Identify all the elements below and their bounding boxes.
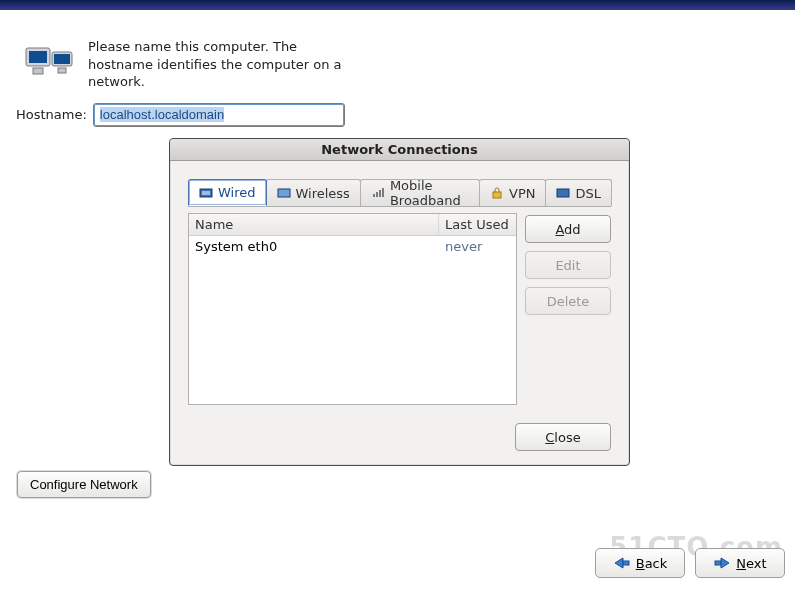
tabbar: Wired Wireless Mobile Broadband VPN — [188, 179, 611, 207]
connections-grid[interactable]: Name Last Used System eth0 never — [188, 213, 517, 405]
svg-rect-1 — [29, 51, 47, 63]
instruction-row: Please name this computer. The hostname … — [24, 38, 795, 91]
tab-label: VPN — [509, 186, 535, 201]
dialog-body: Wired Wireless Mobile Broadband VPN — [170, 161, 629, 417]
tab-label: Mobile Broadband — [390, 178, 469, 208]
svg-rect-5 — [58, 68, 66, 73]
back-button[interactable]: Back — [595, 548, 685, 578]
close-button-label: Close — [545, 430, 580, 445]
dsl-icon — [556, 186, 570, 200]
cell-last-used: never — [439, 236, 516, 258]
tab-dsl[interactable]: DSL — [545, 179, 612, 206]
svg-marker-11 — [615, 558, 623, 568]
add-button-label: Add — [555, 222, 580, 237]
tab-wired[interactable]: Wired — [188, 179, 267, 206]
svg-rect-8 — [278, 189, 290, 197]
instruction-text: Please name this computer. The hostname … — [88, 38, 348, 91]
tab-vpn[interactable]: VPN — [479, 179, 546, 206]
dialog-footer: Close — [515, 423, 611, 451]
mobile-icon — [371, 186, 385, 200]
network-connections-dialog: Network Connections Wired Wireless Mobil… — [169, 138, 630, 466]
column-name[interactable]: Name — [189, 214, 439, 235]
svg-rect-13 — [715, 561, 721, 565]
tab-label: Wired — [218, 185, 256, 200]
hostname-row: Hostname: — [16, 103, 795, 127]
wireless-icon — [277, 186, 291, 200]
vpn-icon — [490, 186, 504, 200]
delete-button: Delete — [525, 287, 611, 315]
next-button-label: Next — [736, 556, 766, 571]
tab-label: DSL — [575, 186, 601, 201]
column-last-used[interactable]: Last Used — [439, 214, 516, 235]
dialog-title: Network Connections — [170, 139, 629, 161]
hostname-input[interactable] — [93, 103, 345, 127]
tab-wireless[interactable]: Wireless — [266, 179, 361, 206]
svg-rect-2 — [33, 68, 43, 74]
arrow-right-icon — [713, 556, 731, 570]
svg-rect-10 — [557, 189, 569, 197]
svg-rect-7 — [202, 191, 210, 195]
svg-rect-4 — [54, 54, 70, 64]
tab-label: Wireless — [296, 186, 350, 201]
hostname-label: Hostname: — [16, 107, 87, 122]
cell-name: System eth0 — [189, 236, 439, 258]
arrow-left-icon — [613, 556, 631, 570]
add-button[interactable]: Add — [525, 215, 611, 243]
next-button[interactable]: Next — [695, 548, 785, 578]
back-button-label: Back — [636, 556, 668, 571]
tab-mobile-broadband[interactable]: Mobile Broadband — [360, 179, 480, 206]
svg-rect-9 — [493, 192, 501, 198]
grid-header: Name Last Used — [189, 214, 516, 236]
panel-row: Name Last Used System eth0 never Add Edi… — [188, 213, 611, 405]
configure-network-button[interactable]: Configure Network — [17, 471, 151, 498]
nav-footer: Back Next — [595, 548, 785, 578]
computer-icon — [24, 42, 76, 82]
svg-rect-12 — [623, 561, 629, 565]
wired-icon — [199, 186, 213, 200]
edit-button-label: Edit — [555, 258, 580, 273]
svg-marker-14 — [721, 558, 729, 568]
close-button[interactable]: Close — [515, 423, 611, 451]
edit-button: Edit — [525, 251, 611, 279]
top-banner — [0, 0, 795, 10]
delete-button-label: Delete — [547, 294, 590, 309]
table-row[interactable]: System eth0 never — [189, 236, 516, 258]
side-buttons: Add Edit Delete — [525, 215, 611, 405]
